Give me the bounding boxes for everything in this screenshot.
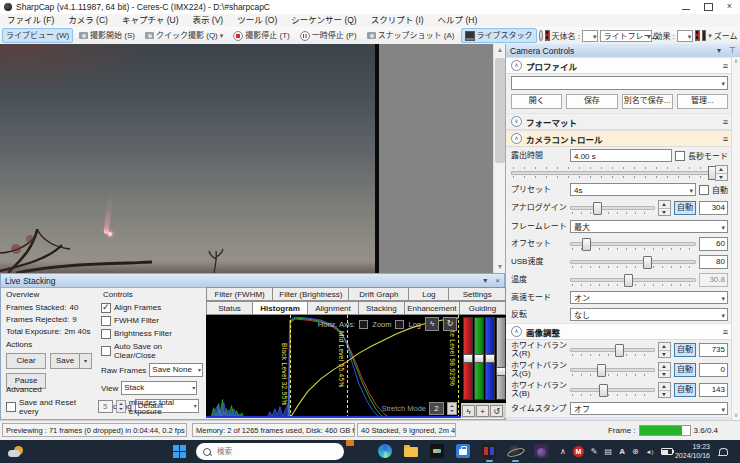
touch-keyboard-icon[interactable]: ▤ — [605, 447, 613, 456]
close-button[interactable]: × — [727, 2, 732, 11]
auto-stretch-icon[interactable]: ϟ — [462, 405, 475, 417]
microsoft-store-icon[interactable] — [456, 444, 471, 459]
capture-stop-button[interactable]: 撮影停止 (T) — [229, 28, 293, 43]
section-menu-icon[interactable]: ≡ — [723, 61, 728, 71]
menu-view[interactable]: 表示 (V) — [185, 14, 230, 27]
effects-combo[interactable] — [677, 30, 693, 42]
timestamp-select[interactable]: オフ — [570, 402, 728, 415]
file-explorer-icon[interactable] — [404, 444, 419, 459]
taskbar-search[interactable] — [196, 443, 344, 460]
usb-speed-value[interactable]: 80 — [699, 255, 728, 269]
gain-spinner[interactable] — [658, 200, 671, 216]
slider-thumb[interactable] — [485, 354, 495, 363]
framerate-select[interactable]: 最大 — [570, 220, 728, 233]
chevron-down-icon[interactable]: ▾ — [713, 46, 725, 55]
wb-red-value[interactable]: 735 — [699, 343, 728, 357]
auto-save-checkbox[interactable] — [101, 346, 111, 356]
network-icon[interactable]: ⊕ — [632, 447, 639, 456]
raw-frames-select[interactable]: Save None — [149, 363, 203, 377]
stretch-mode-value[interactable]: 2 — [429, 402, 444, 415]
gain-value[interactable]: 304 — [699, 201, 728, 215]
battery-icon[interactable] — [661, 448, 673, 455]
pause-button[interactable]: 一時停止 (P) — [296, 28, 361, 43]
clear-button[interactable]: Clear — [6, 353, 46, 369]
preview-vertical-scrollbar[interactable]: ▲ ▼ — [493, 44, 505, 273]
save-button[interactable]: Save ▾ — [50, 353, 92, 369]
align-frames-checkbox[interactable] — [101, 303, 111, 313]
tab-guiding[interactable]: Guiding — [460, 301, 506, 315]
panel-scrollbar[interactable]: ∧ ∨ — [731, 57, 740, 420]
section-image-adjust[interactable]: ∧ 画像調整 ≡ — [506, 323, 733, 340]
gain-slider[interactable] — [570, 201, 655, 215]
wb-blue-value[interactable]: 143 — [699, 383, 728, 397]
red-level-slider[interactable] — [463, 317, 473, 400]
sharpcap-taskbar-icon[interactable] — [482, 444, 497, 459]
tab-filter-brightness[interactable]: Filter (Brightness) — [273, 287, 349, 301]
blue-level-slider[interactable] — [485, 317, 495, 400]
capture-start-button[interactable]: 撮影開始 (S) — [75, 28, 139, 43]
minutes-value[interactable]: 5 — [98, 400, 113, 413]
collapse-icon[interactable]: ∧ — [511, 133, 522, 144]
stretch-mode-spinner[interactable] — [447, 402, 457, 415]
wb-green-auto-button[interactable]: 自動 — [674, 363, 696, 377]
wb-green-slider[interactable] — [570, 363, 655, 377]
quick-capture-button[interactable]: クイック撮影 (Q)▾ — [141, 28, 227, 43]
wb-red-auto-button[interactable]: 自動 — [674, 343, 696, 357]
close-icon[interactable]: × — [491, 276, 504, 285]
wb-red-spinner[interactable] — [658, 342, 671, 358]
exposure-input[interactable]: 4.00 s — [570, 149, 672, 162]
wb-blue-spinner[interactable] — [658, 382, 671, 398]
volume-icon[interactable]: ◄) — [646, 449, 654, 455]
collapse-icon[interactable]: ∧ — [511, 60, 522, 71]
slider-thumb[interactable] — [496, 367, 506, 376]
menu-capture[interactable]: キャプチャ (U) — [115, 14, 186, 27]
ime-mode-icon[interactable]: A — [619, 447, 625, 456]
section-camera-control[interactable]: ∧ カメラコントロール ≡ — [506, 130, 733, 147]
slider-thumb[interactable] — [597, 364, 606, 377]
planetarium-app-icon[interactable] — [508, 444, 523, 459]
menu-camera[interactable]: カメラ (C) — [61, 14, 115, 27]
profile-manage-button[interactable]: 管理... — [677, 94, 728, 109]
maximize-button[interactable] — [704, 3, 713, 11]
auto-stretch-icon[interactable]: ϟ — [425, 317, 439, 331]
histogram-stretch-icon[interactable] — [545, 30, 550, 41]
collapse-icon[interactable]: ∧ — [511, 326, 522, 337]
stretch-preset-icon[interactable] — [695, 30, 700, 41]
slider-thumb[interactable] — [474, 354, 484, 363]
exposure-auto-checkbox[interactable] — [699, 185, 709, 195]
search-input[interactable] — [215, 446, 319, 457]
minimize-button[interactable] — [682, 4, 690, 10]
gray-level-slider[interactable] — [496, 317, 506, 400]
log-checkbox[interactable] — [395, 320, 404, 329]
edge-icon[interactable] — [378, 444, 393, 459]
menu-sequencer[interactable]: シーケンサー (Q) — [284, 14, 363, 27]
exposure-slider[interactable] — [511, 164, 728, 181]
menu-tools[interactable]: ツール (O) — [230, 14, 284, 27]
profile-save-as-button[interactable]: 別名で保存... — [622, 94, 673, 109]
slider-thumb[interactable] — [615, 344, 624, 357]
white-level-line[interactable]: White Level 98.929% — [458, 315, 459, 418]
tab-drift-graph[interactable]: Drift Graph — [349, 287, 409, 301]
tab-enhancement[interactable]: Enhancement — [405, 301, 460, 315]
profile-combo[interactable] — [511, 76, 728, 90]
wb-blue-auto-button[interactable]: 自動 — [674, 383, 696, 397]
green-level-slider[interactable] — [474, 317, 484, 400]
scrollbar-thumb[interactable] — [495, 58, 505, 163]
live-view-button[interactable]: ライブビュー (W) — [2, 28, 73, 43]
scroll-down-icon[interactable]: ∨ — [732, 411, 740, 420]
tab-filter-fwhm[interactable]: Filter (FWHM) — [206, 287, 273, 301]
start-button[interactable] — [172, 444, 187, 459]
menu-help[interactable]: ヘルプ (H) — [431, 14, 485, 27]
menu-file[interactable]: ファイル (F) — [0, 14, 61, 27]
slider-thumb[interactable] — [593, 202, 602, 215]
wb-red-slider[interactable] — [570, 343, 655, 357]
section-menu-icon[interactable]: ≡ — [723, 134, 728, 144]
tab-alignment[interactable]: Alignment — [308, 301, 359, 315]
black-level-line[interactable]: Black Level 32.95% — [290, 315, 291, 418]
wb-green-spinner[interactable] — [658, 362, 671, 378]
tray-overflow-icon[interactable]: ∧ — [560, 447, 566, 456]
profile-open-button[interactable]: 開く — [511, 94, 562, 109]
tab-histogram[interactable]: Histogram — [253, 301, 308, 315]
profile-save-button[interactable]: 保存 — [566, 94, 617, 109]
gain-auto-button[interactable]: 自動 — [674, 201, 696, 215]
